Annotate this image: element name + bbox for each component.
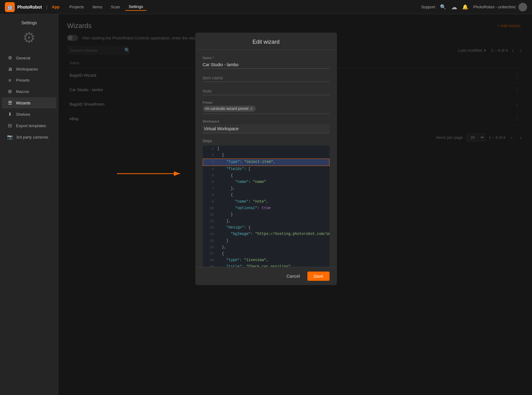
preset-tag-text: rm carstudio wizard preset — [205, 107, 249, 111]
name-label: Name * — [203, 56, 330, 60]
note-input[interactable] — [203, 87, 330, 95]
code-line-10: 10 "optional": true — [203, 205, 330, 212]
code-line-12: 12 ], — [203, 218, 330, 224]
logo-icon: 🤖 — [5, 2, 15, 12]
code-line-16: 16 }, — [203, 244, 330, 251]
code-line-3[interactable]: 3 "type": "select-item", — [203, 159, 330, 166]
code-line-5: 5 { — [203, 172, 330, 179]
workspace-field-group: Workspace Virtual Workspace — [203, 119, 330, 133]
workspaces-icon: 🖥 — [7, 67, 13, 72]
nav-right: Support 🔍 ☁ 🔔 PhotoRobot - unitechnic — [421, 3, 527, 11]
settings-gear-icon: ⚙ — [0, 29, 58, 46]
macros-icon: ⊞ — [7, 89, 13, 94]
code-line-15: 15 } — [203, 238, 330, 244]
sidebar: Settings ⚙ ⚙ General 🖥 Workspaces ≡ Pres… — [0, 14, 58, 395]
sidebar-item-label: Shelves — [16, 112, 30, 117]
code-line-6: 6 "name": "name" — [203, 179, 330, 185]
workspace-label: Workspace — [203, 119, 330, 123]
top-nav: 🤖 PhotoRobot | App Projects Items Scan S… — [0, 0, 532, 14]
modal-overlay: Edit wizard Name * Preset — [58, 14, 532, 395]
sidebar-item-label: Presets — [16, 78, 30, 83]
cameras-icon: 📷 — [7, 134, 13, 140]
code-line-1: 1 [ — [203, 146, 330, 152]
sidebar-item-general[interactable]: ⚙ General — [2, 52, 56, 63]
steps-label: Steps — [203, 139, 330, 143]
logo-app: App — [52, 5, 59, 9]
sidebar-title: Settings — [0, 20, 58, 25]
modal-body: Name * Preset rm carstudio wizard pr — [195, 50, 337, 267]
modal-header: Edit wizard — [195, 33, 337, 50]
wizards-icon: ☰ — [7, 100, 13, 106]
nav-settings[interactable]: Settings — [125, 3, 147, 11]
presets-icon: ≡ — [7, 78, 13, 83]
modal-footer: Cancel Save — [195, 267, 337, 285]
nav-items[interactable]: Items — [89, 3, 106, 10]
general-icon: ⚙ — [7, 55, 13, 61]
sidebar-item-label: General — [16, 56, 30, 60]
logo[interactable]: 🤖 PhotoRobot | App — [5, 2, 60, 12]
sidebar-item-wizards[interactable]: ☰ Wizards — [2, 97, 56, 108]
code-line-9: 9 "name": "note", — [203, 199, 330, 205]
content-area: Wizards + Add wizard After starting the … — [58, 14, 532, 395]
item-name-input[interactable] — [203, 74, 330, 82]
edit-wizard-modal: Edit wizard Name * Preset — [195, 33, 337, 285]
sidebar-item-label: Export templates — [16, 123, 46, 128]
notification-icon[interactable]: 🔔 — [462, 4, 468, 10]
note-field-group — [203, 87, 330, 95]
cancel-button[interactable]: Cancel — [283, 272, 304, 280]
support-link[interactable]: Support — [421, 5, 435, 9]
save-button[interactable]: Save — [307, 272, 330, 281]
sidebar-item-export-templates[interactable]: ⊟ Export templates — [2, 120, 56, 131]
code-line-4: 4 "fields": [ — [203, 166, 330, 172]
name-input[interactable] — [203, 61, 330, 69]
sidebar-item-label: 3rd party cameras — [16, 135, 48, 139]
code-line-13: 13 "design": { — [203, 224, 330, 231]
cloud-icon[interactable]: ☁ — [451, 3, 457, 11]
item-name-field-group — [203, 74, 330, 82]
user-name: PhotoRobot - unitechnic — [473, 5, 516, 9]
user-avatar — [518, 3, 527, 11]
nav-scan[interactable]: Scan — [107, 3, 124, 10]
code-line-18: 18 "type": "liveview", — [203, 257, 330, 264]
sidebar-item-label: Workspaces — [16, 67, 38, 71]
sidebar-item-macros[interactable]: ⊞ Macros — [2, 86, 56, 97]
sidebar-item-label: Macros — [16, 89, 29, 94]
code-line-8: 8 { — [203, 192, 330, 198]
code-line-14: 14 "bgImage": "https://hosting.photorobo… — [203, 231, 330, 237]
preset-label: Preset — [203, 101, 330, 104]
name-field-group: Name * — [203, 56, 330, 69]
steps-field-group: Steps 1 [ 2 { 3 — [203, 139, 330, 267]
user-area[interactable]: PhotoRobot - unitechnic — [473, 3, 527, 11]
search-icon[interactable]: 🔍 — [440, 4, 446, 10]
preset-field-group: Preset rm carstudio wizard preset ✕ — [203, 101, 330, 114]
preset-tag: rm carstudio wizard preset ✕ — [203, 106, 256, 112]
workspace-select[interactable]: Virtual Workspace — [203, 124, 330, 133]
nav-projects[interactable]: Projects — [66, 3, 88, 10]
main-layout: Settings ⚙ ⚙ General 🖥 Workspaces ≡ Pres… — [0, 14, 532, 395]
preset-container: rm carstudio wizard preset ✕ — [203, 106, 330, 114]
sidebar-item-shelves[interactable]: ⬇ Shelves — [2, 109, 56, 120]
code-line-2: 2 { — [203, 152, 330, 159]
logo-separator: | — [46, 4, 47, 10]
logo-text: PhotoRobot — [17, 5, 42, 10]
shelves-icon: ⬇ — [7, 111, 13, 117]
export-templates-icon: ⊟ — [7, 123, 13, 128]
code-line-19: 19 "title": "Check car position", — [203, 264, 330, 267]
code-line-7: 7 }, — [203, 185, 330, 192]
sidebar-item-workspaces[interactable]: 🖥 Workspaces — [2, 64, 56, 75]
nav-links: Projects Items Scan Settings — [66, 3, 421, 11]
sidebar-item-label: Wizards — [16, 101, 30, 105]
modal-title: Edit wizard — [203, 39, 330, 45]
code-line-17: 17 { — [203, 251, 330, 257]
sidebar-gear: ⚙ — [0, 29, 58, 46]
code-editor[interactable]: 1 [ 2 { 3 "type": "select-item", — [203, 146, 330, 267]
preset-tag-remove-button[interactable]: ✕ — [250, 107, 253, 111]
sidebar-item-presets[interactable]: ≡ Presets — [2, 75, 56, 86]
sidebar-item-3rd-party-cameras[interactable]: 📷 3rd party cameras — [2, 131, 56, 143]
code-line-11: 11 } — [203, 212, 330, 218]
